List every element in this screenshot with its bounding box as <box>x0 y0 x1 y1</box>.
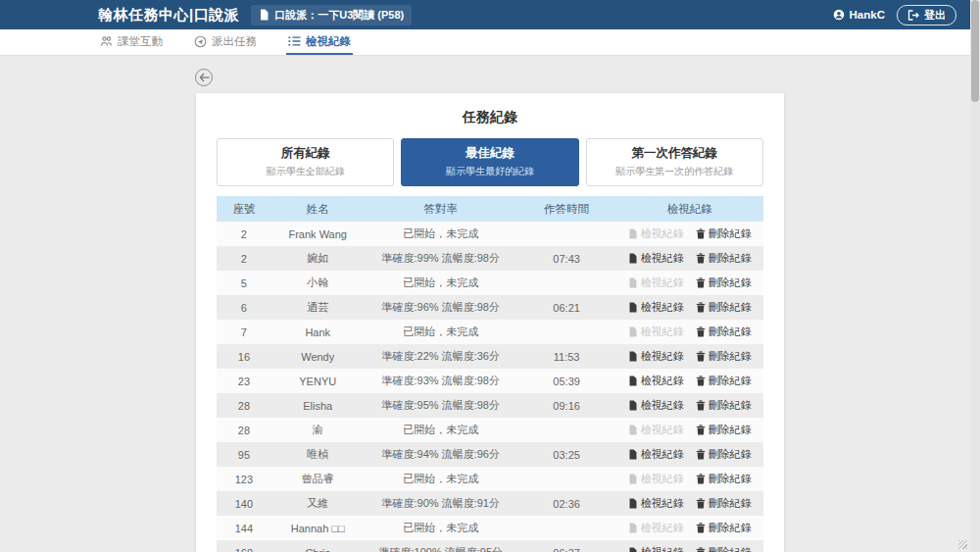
list-icon <box>288 35 301 47</box>
actions-cell: 檢視紀錄 刪除紀錄 <box>615 276 763 290</box>
view-record-link[interactable]: 檢視紀錄 <box>628 545 684 552</box>
delete-record-link[interactable]: 刪除紀錄 <box>696 226 752 241</box>
view-record-link[interactable]: 檢視紀錄 <box>628 251 684 266</box>
view-record-label: 檢視紀錄 <box>641 398 684 413</box>
view-record-link[interactable]: 檢視紀錄 <box>628 349 684 364</box>
table-row: 140 又維 準確度:90% 流暢度:91分 02:36 檢視紀錄 刪除紀錄 <box>217 491 763 516</box>
trash-icon <box>696 425 706 435</box>
delete-record-label: 刪除紀錄 <box>709 447 752 462</box>
table-row: 7 Hank 已開始，未完成 檢視紀錄 刪除紀錄 <box>217 320 763 344</box>
file-icon <box>628 351 638 362</box>
seat-cell: 7 <box>217 326 271 338</box>
column-header-time: 作答時間 <box>517 202 615 217</box>
app-title: 翰林任務中心|口說派 <box>98 6 239 25</box>
seat-cell: 144 <box>217 523 271 534</box>
vertical-scrollbar[interactable] <box>970 0 980 552</box>
delete-record-link[interactable]: 刪除紀錄 <box>696 276 752 290</box>
column-header-view: 檢視紀錄 <box>615 202 763 217</box>
filter-title: 第一次作答紀錄 <box>591 145 759 162</box>
name-cell: Hannah □□ <box>271 523 365 534</box>
delete-record-label: 刪除紀錄 <box>709 349 752 364</box>
delete-record-link[interactable]: 刪除紀錄 <box>696 545 752 552</box>
time-cell: 03:25 <box>517 449 615 461</box>
filter-title: 最佳紀錄 <box>406 145 573 162</box>
file-icon <box>628 400 638 411</box>
view-record-link[interactable]: 檢視紀錄 <box>628 374 684 388</box>
table-row: 28 Elisha 準確度:95% 流暢度:98分 09:16 檢視紀錄 刪除紀… <box>217 393 763 418</box>
view-record-link: 檢視紀錄 <box>628 325 684 339</box>
view-record-link[interactable]: 檢視紀錄 <box>628 398 684 413</box>
actions-cell: 檢視紀錄 刪除紀錄 <box>615 349 763 364</box>
delete-record-label: 刪除紀錄 <box>709 521 752 535</box>
logout-button[interactable]: 登出 <box>897 5 956 25</box>
delete-record-label: 刪除紀錄 <box>709 325 752 339</box>
trash-icon <box>696 277 706 288</box>
user-menu[interactable]: HankC <box>833 9 885 21</box>
view-record-link: 檢視紀錄 <box>628 276 684 290</box>
users-icon <box>100 35 113 47</box>
delete-record-link[interactable]: 刪除紀錄 <box>696 423 752 437</box>
top-navbar: 翰林任務中心|口說派 口說派：一下U3閱讀 (P58) HankC 登出 <box>0 0 980 29</box>
record-filter-group: 所有紀錄 顯示學生全部紀錄 最佳紀錄 顯示學生最好的紀錄 第一次作答紀錄 顯示學… <box>217 138 763 186</box>
filter-all-records[interactable]: 所有紀錄 顯示學生全部紀錄 <box>217 138 394 186</box>
view-record-link[interactable]: 檢視紀錄 <box>628 300 684 315</box>
delete-record-link[interactable]: 刪除紀錄 <box>696 300 752 315</box>
actions-cell: 檢視紀錄 刪除紀錄 <box>615 545 763 552</box>
trash-icon <box>696 474 706 484</box>
table-header-row: 座號 姓名 答對率 作答時間 檢視紀錄 <box>217 196 763 222</box>
file-icon <box>628 376 638 386</box>
column-header-seat: 座號 <box>217 202 271 217</box>
view-record-label: 檢視紀錄 <box>641 226 684 241</box>
delete-record-link[interactable]: 刪除紀錄 <box>696 374 752 388</box>
view-record-link[interactable]: 檢視紀錄 <box>628 447 684 462</box>
actions-cell: 檢視紀錄 刪除紀錄 <box>615 423 763 437</box>
seat-cell: 28 <box>217 425 271 436</box>
delete-record-link[interactable]: 刪除紀錄 <box>696 496 752 511</box>
view-record-link[interactable]: 檢視紀錄 <box>628 496 684 511</box>
name-cell: 又維 <box>271 496 365 511</box>
result-cell: 已開始，未完成 <box>365 325 517 339</box>
view-record-link: 檢視紀錄 <box>628 423 684 437</box>
tab-classroom-interaction[interactable]: 課堂互動 <box>98 29 165 55</box>
filter-best-records[interactable]: 最佳紀錄 顯示學生最好的紀錄 <box>401 138 578 186</box>
back-button[interactable] <box>195 69 213 86</box>
actions-cell: 檢視紀錄 刪除紀錄 <box>615 374 763 388</box>
name-cell: 渝 <box>271 423 365 437</box>
view-record-label: 檢視紀錄 <box>641 545 684 552</box>
tab-view-records[interactable]: 檢視紀錄 <box>286 29 353 55</box>
actions-cell: 檢視紀錄 刪除紀錄 <box>615 325 763 339</box>
name-cell: Hank <box>271 326 365 338</box>
send-icon <box>194 35 207 48</box>
actions-cell: 檢視紀錄 刪除紀錄 <box>615 251 763 266</box>
app-window: 翰林任務中心|口說派 口說派：一下U3閱讀 (P58) HankC 登出 <box>0 0 980 552</box>
view-record-label: 檢視紀錄 <box>641 521 684 535</box>
file-icon <box>628 474 638 484</box>
task-records-card: 任務紀錄 所有紀錄 顯示學生全部紀錄 最佳紀錄 顯示學生最好的紀錄 第一次作答紀… <box>196 93 784 552</box>
current-task-badge: 口說派：一下U3閱讀 (P58) <box>251 5 412 25</box>
name-cell: Elisha <box>271 400 365 412</box>
time-cell: 06:21 <box>517 302 615 314</box>
delete-record-link[interactable]: 刪除紀錄 <box>696 521 752 535</box>
delete-record-link[interactable]: 刪除紀錄 <box>696 398 752 413</box>
back-arrow-icon <box>199 73 210 82</box>
filter-subtitle: 顯示學生第一次的作答紀錄 <box>591 165 759 178</box>
result-cell: 已開始，未完成 <box>365 423 517 437</box>
name-cell: 婉如 <box>271 251 365 266</box>
trash-icon <box>696 400 706 411</box>
result-cell: 已開始，未完成 <box>365 276 517 290</box>
delete-record-link[interactable]: 刪除紀錄 <box>696 325 752 339</box>
tab-label: 課堂互動 <box>118 34 163 49</box>
scrollbar-thumb[interactable] <box>971 0 979 102</box>
delete-record-link[interactable]: 刪除紀錄 <box>696 472 752 486</box>
actions-cell: 檢視紀錄 刪除紀錄 <box>615 447 763 462</box>
delete-record-link[interactable]: 刪除紀錄 <box>696 349 752 364</box>
tab-dispatch-task[interactable]: 派出任務 <box>192 29 259 55</box>
delete-record-link[interactable]: 刪除紀錄 <box>696 447 752 462</box>
document-icon <box>259 9 270 21</box>
filter-first-attempt-records[interactable]: 第一次作答紀錄 顯示學生第一次的作答紀錄 <box>586 138 763 186</box>
seat-cell: 123 <box>217 474 271 485</box>
name-cell: Chris <box>271 547 365 552</box>
delete-record-link[interactable]: 刪除紀錄 <box>696 251 752 266</box>
result-cell: 準確度:93% 流暢度:98分 <box>365 374 517 388</box>
time-cell: 02:36 <box>517 498 615 510</box>
